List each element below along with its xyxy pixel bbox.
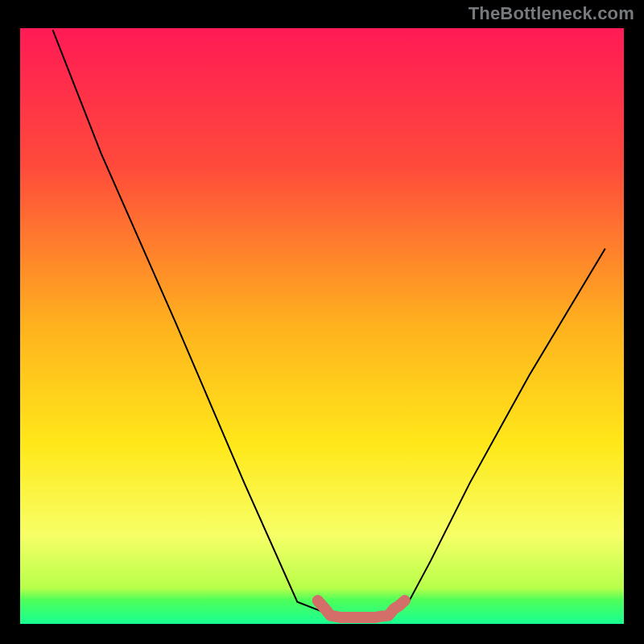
bottleneck-chart <box>0 0 644 644</box>
credit-text: TheBottleneck.com <box>469 3 634 24</box>
gradient-fill <box>20 28 624 624</box>
stage: TheBottleneck.com <box>0 0 644 644</box>
